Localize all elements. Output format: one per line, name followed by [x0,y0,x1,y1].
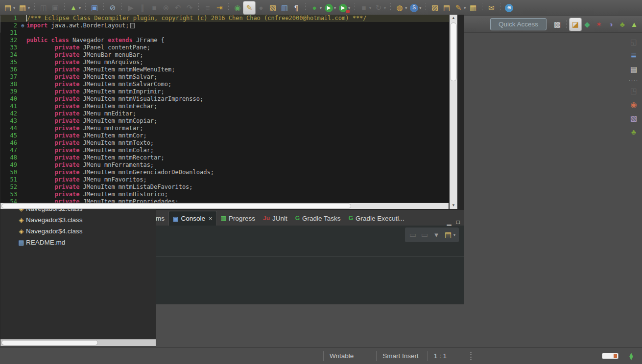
show-paragraph-icon[interactable]: ¶ [290,1,302,14]
quick-access-button[interactable]: Quick Access [490,18,547,30]
fold-expand-icon[interactable]: ⊕ [19,22,26,29]
toolbar-separator [304,2,307,14]
code-text: private JMenu mnFavoritos; [26,176,147,183]
perspective-debug-icon[interactable]: ✶ [593,18,605,31]
code-editor[interactable]: 1/*** Eclipse Class Decompiler plugin, c… [0,15,464,209]
code-line-36[interactable]: 36 private JMenuItem mntmNewMenuItem; [0,66,449,73]
tab-console[interactable]: ▣Console× [168,211,216,226]
editor-hscrollbar[interactable] [0,203,449,209]
code-line-51[interactable]: 51 private JMenu mnFavoritos; [0,176,449,183]
class-structure-icon[interactable]: ▥ [279,1,290,14]
code-line-1[interactable]: 1/*** Eclipse Class Decompiler plugin, c… [0,15,449,22]
scrollbar-thumb[interactable] [1,204,351,208]
scroll-up-icon[interactable]: ▲ [450,15,457,22]
line-number: 45 [0,132,19,139]
tab-label: Gradle Tasks [302,215,341,222]
code-line-53[interactable]: 53 private JMenuItem mntmHistorico; [0,191,449,198]
code-line-44[interactable]: 44 private JMenu mnFormatar; [0,125,449,132]
tab-gradle-tasks[interactable]: GGradle Tasks [291,211,345,226]
fold-column [19,15,26,22]
line-number: 37 [0,73,19,81]
code-line-38[interactable]: 38 private JMenuItem mntmSalvarComo; [0,81,449,88]
code-line-48[interactable]: 48 private JMenuItem mntmRecortar; [0,154,449,161]
scrollbar-thumb[interactable] [1,340,98,345]
outline-view-icon[interactable]: ≣ [628,50,640,61]
code-line-43[interactable]: 43 private JMenuItem mntmCopiar; [0,117,449,125]
save-all-icon: ▣ [49,1,61,14]
decompiler-brush-icon[interactable]: ✎ [243,1,255,14]
perspective-debug-green-icon[interactable]: ◆ [581,18,593,31]
code-line-31[interactable]: 31 [0,29,449,37]
line-number: 47 [0,147,19,154]
code-line-47[interactable]: 47 private JMenuItem mntmColar; [0,147,449,154]
new-java-project-icon[interactable]: ▦▾ [17,1,31,14]
code-line-2[interactable]: 2⊕import java.awt.BorderLayout; [0,22,449,29]
coverage-icon[interactable]: ▶▾ [337,1,352,14]
code-line-41[interactable]: 41 private JMenuItem mntmFechar; [0,103,449,110]
tree-item-readme-md[interactable]: ▤README.md [0,237,156,248]
perspective-javaee-icon[interactable]: ◪ [570,18,581,31]
attach-source-icon[interactable]: ◉ [232,1,243,14]
disconnect-icon: ⊗ [160,1,172,14]
minimize-icon[interactable]: ▁ [447,219,452,226]
code-text: private JMenuItem mntmImprimir; [26,88,165,95]
open-resource-icon[interactable]: ▤ [441,1,452,14]
open-console-icon[interactable]: ▤▾ [442,228,457,241]
open-console-view-icon[interactable]: ▣ [89,1,100,14]
tab-junit[interactable]: JuJUnit [259,211,291,226]
code-line-52[interactable]: 52 private JMenuItem mntmListaDeFavorito… [0,183,449,191]
new-struts-component-icon[interactable]: S▾ [408,1,423,14]
code-line-46[interactable]: 46 private JMenuItem mntmTexto; [0,139,449,147]
open-web-browser-icon[interactable]: ⊕ [503,1,515,14]
new-web-service-icon[interactable]: ◍▾ [394,1,408,14]
code-line-33[interactable]: 33 private JPanel contentPane; [0,44,449,51]
tab-label: Console [181,215,205,222]
templates-view-icon[interactable]: ▤ [628,64,640,75]
code-line-37[interactable]: 37 private JMenuItem mntmSalvar; [0,73,449,81]
run-icon[interactable]: ▶▾ [323,1,337,14]
snippets-view-icon[interactable]: ▧ [628,113,640,124]
tree-item-navegador-4-class[interactable]: ◈Navegador$4.class [0,226,156,237]
skip-all-breakpoints-icon[interactable]: ⊘ [107,1,119,14]
create-snippet-icon[interactable]: ✎▾ [452,1,467,14]
code-line-42[interactable]: 42 private JMenu mnEditar; [0,110,449,117]
perspective-java-icon[interactable]: ◑ [605,18,617,31]
code-text: private JPanel contentPane; [26,44,150,51]
code-line-32[interactable]: 32public class Navegador extends JFrame … [0,37,449,44]
perspective-jrebel-icon[interactable]: ▲ [628,18,640,31]
code-line-35[interactable]: 35 private JMenu mnArquivos; [0,59,449,66]
code-line-50[interactable]: 50 private JMenuItem mntmGerenciadorDeDo… [0,169,449,176]
debug-icon[interactable]: ●▾ [309,1,323,14]
code-line-34[interactable]: 34 private JMenuBar menuBar; [0,51,449,59]
tree-item-navegador-3-class[interactable]: ◈Navegador$3.class [0,214,156,226]
project-explorer-hscrollbar[interactable] [0,339,156,346]
launch-server-icon[interactable]: ▲▾ [68,1,82,14]
code-area[interactable]: 1/*** Eclipse Class Decompiler plugin, c… [0,15,449,209]
open-type-icon[interactable]: ▨ [429,1,441,14]
tasks-view-icon[interactable]: ♣ [628,127,640,137]
tab-gradle-executions[interactable]: GGradle Executi... [345,211,408,226]
perspective-spring-icon[interactable]: ♣ [617,18,628,31]
line-number: 2 [0,22,19,29]
editor-vscrollbar[interactable]: ▲ ▼ [449,15,457,209]
scroll-down-icon[interactable]: ▼ [450,202,457,209]
open-perspective-icon[interactable]: ▩ [551,18,563,31]
console-list-icon[interactable]: ▾ [430,228,442,241]
code-line-40[interactable]: 40 private JMenuItem mntmVisualizarImpre… [0,95,449,103]
drop-to-frame-icon[interactable]: ⇥ [214,1,225,14]
code-line-49[interactable]: 49 private JMenu mnFerramentas; [0,161,449,169]
background-jobs-icon[interactable]: ⧫ [625,350,637,363]
export-source-icon[interactable]: ▧ [267,1,279,14]
import-mail-icon[interactable]: ✉ [485,1,497,14]
maximize-icon[interactable]: □ [456,219,460,226]
open-search-icon[interactable]: ▦ [467,1,479,14]
tab-progress[interactable]: ▥Progress [217,211,259,226]
palette-view-icon[interactable]: ◉ [628,99,640,110]
scrollbar-thumb[interactable] [450,23,457,81]
code-line-45[interactable]: 45 private JMenuItem mntmCor; [0,132,449,139]
suspend-icon: ∥ [137,1,148,14]
toolbar-separator [102,2,105,14]
code-line-39[interactable]: 39 private JMenuItem mntmImprimir; [0,88,449,95]
new-icon[interactable]: ▤▾ [2,1,17,14]
close-icon[interactable]: × [209,215,213,222]
